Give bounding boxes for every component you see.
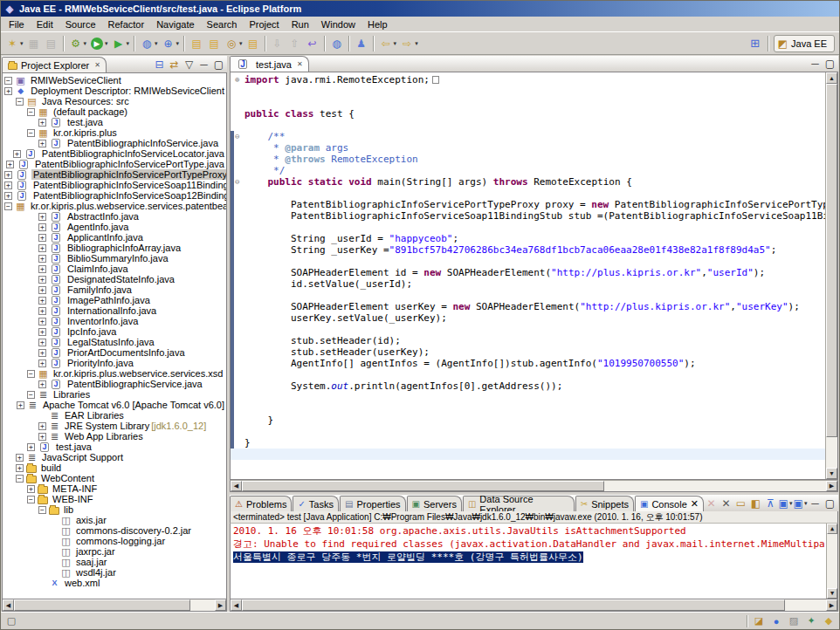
editor-hscrollbar[interactable]: ◀ ▶ bbox=[230, 480, 838, 492]
code-line[interactable] bbox=[231, 324, 825, 335]
expand-icon[interactable]: + bbox=[38, 318, 46, 325]
tree-item-familyinfo-java[interactable]: +JFamilyInfo.java bbox=[4, 284, 226, 295]
problems-tab[interactable]: ⚠Problems bbox=[230, 496, 292, 511]
fold-collapse-icon[interactable]: ⊖ bbox=[235, 133, 239, 140]
tree-item-internationalinfo-java[interactable]: +JInternationalInfo.java bbox=[4, 305, 226, 316]
save-icon[interactable]: ▦ bbox=[25, 34, 43, 53]
tree-item-patentbibliographicinfoservicelocator-java[interactable]: +JPatentBibliographicInfoServiceLocator.… bbox=[4, 148, 226, 159]
tree-item-java-resources-src[interactable]: −▤Java Resources: src bbox=[4, 96, 226, 106]
code-line[interactable]: * @throws RemoteException bbox=[231, 154, 825, 165]
tree-item-commons-logging-jar[interactable]: ◫commons-logging.jar bbox=[4, 536, 226, 546]
scroll-right-icon[interactable]: ▶ bbox=[215, 599, 226, 611]
expand-icon[interactable]: + bbox=[38, 380, 46, 388]
tree-item-commons-discovery-0-2-jar[interactable]: ◫commons-discovery-0.2.jar bbox=[4, 525, 226, 536]
code-line[interactable]: ⊖ /** bbox=[231, 131, 825, 142]
code-line[interactable]: } bbox=[231, 414, 825, 426]
tree-item-jaxrpc-jar[interactable]: ◫jaxrpc.jar bbox=[4, 546, 226, 557]
run-icon-dropdown[interactable]: ▾ bbox=[105, 40, 108, 47]
web-browser-icon-dropdown[interactable]: ▾ bbox=[176, 40, 180, 47]
minimize-editor-icon[interactable]: ─ bbox=[809, 57, 822, 70]
expand-icon[interactable]: + bbox=[38, 328, 46, 336]
collapse-all-icon[interactable]: ⊟ bbox=[153, 58, 166, 71]
open-console-icon-dropdown[interactable]: ▾ bbox=[804, 500, 808, 507]
tree-item-kr-or-kipris-plus-webservice-services-xsd[interactable]: −▦kr.or.kipris.plus.webservice.services.… bbox=[4, 368, 226, 379]
java-ee-perspective-button[interactable]: ◩ Java EE bbox=[774, 35, 835, 52]
code-line[interactable]: String _userId = "happyceob"; bbox=[231, 233, 825, 244]
code-line[interactable] bbox=[231, 256, 825, 267]
code-line[interactable]: */ bbox=[231, 165, 825, 176]
tree-item-web-app-libraries[interactable]: +≣Web App Libraries bbox=[4, 431, 226, 442]
code-line[interactable] bbox=[231, 290, 825, 301]
tree-item-kr-or-kipris-plus[interactable]: −▦kr.or.kipris.plus bbox=[4, 127, 226, 138]
tree-item-patentbibliographicinfoserviceporttypeprox[interactable]: +JPatentBibliographicInfoServicePortType… bbox=[4, 169, 226, 180]
code-area[interactable]: ⊕import java.rmi.RemoteException;public … bbox=[231, 72, 825, 479]
tree-item-inventorinfo-java[interactable]: +JInventorInfo.java bbox=[4, 316, 226, 326]
collapse-icon[interactable]: − bbox=[16, 98, 24, 106]
code-line[interactable]: AgentInfo[] agentInfos = (AgentInfo[])st… bbox=[231, 358, 825, 369]
tree-item-ipcinfo-java[interactable]: +JIpcInfo.java bbox=[4, 326, 226, 337]
code-line[interactable]: stub.setHeader(userKey); bbox=[231, 346, 825, 358]
data-source-explorer-tab[interactable]: ◫Data Source Explorer bbox=[463, 496, 575, 511]
search-icon[interactable]: ◎▾ bbox=[223, 34, 244, 53]
minimize-view-icon[interactable]: ─ bbox=[197, 58, 210, 71]
tree-item-wsdl4j-jar[interactable]: ◫wsdl4j.jar bbox=[4, 567, 226, 578]
expand-icon[interactable]: + bbox=[38, 349, 46, 357]
code-line[interactable] bbox=[231, 369, 825, 380]
tips-status-icon[interactable]: ◆ bbox=[822, 614, 836, 628]
expand-icon[interactable]: + bbox=[38, 276, 46, 284]
console-vscrollbar[interactable]: ▲ ▼ bbox=[826, 524, 837, 599]
code-line[interactable]: ⊕import java.rmi.RemoteException; bbox=[231, 74, 825, 86]
console-output[interactable]: 2010. 1. 16 오후 10:01:58 org.apache.axis.… bbox=[230, 524, 838, 599]
next-annotation-icon[interactable]: ⇩ bbox=[269, 34, 286, 53]
open-type-icon[interactable]: ▤ bbox=[188, 34, 205, 53]
scroll-thumb[interactable] bbox=[14, 599, 190, 611]
expand-icon[interactable]: + bbox=[38, 307, 46, 315]
servers-tab[interactable]: ▣Servers bbox=[407, 496, 462, 511]
expand-icon[interactable]: + bbox=[27, 443, 35, 451]
scroll-left-icon[interactable]: ◀ bbox=[3, 599, 14, 611]
web-globe-icon[interactable]: ◍ bbox=[328, 34, 346, 53]
java-ee-user-icon[interactable]: ♟ bbox=[353, 34, 370, 53]
code-line[interactable] bbox=[231, 188, 825, 199]
code-line[interactable] bbox=[231, 403, 825, 414]
scroll-down-icon[interactable]: ▼ bbox=[827, 588, 837, 599]
close-icon[interactable]: ✕ bbox=[691, 498, 699, 510]
new-wizard-icon[interactable]: ✶▾ bbox=[3, 34, 25, 53]
tree-item-priorartdocumentsinfo-java[interactable]: +JPriorArtDocumentsInfo.java bbox=[4, 347, 226, 358]
code-line[interactable]: } bbox=[231, 437, 825, 449]
code-line[interactable] bbox=[231, 426, 825, 437]
tree-item-lib[interactable]: −lib bbox=[4, 504, 226, 515]
collapse-icon[interactable]: − bbox=[16, 475, 24, 483]
last-edit-location-icon[interactable]: ↩ bbox=[304, 34, 321, 53]
properties-tab[interactable]: ▤Properties bbox=[340, 496, 406, 511]
new-web-service-icon-dropdown[interactable]: ▾ bbox=[155, 40, 158, 47]
external-tools-icon-dropdown[interactable]: ▾ bbox=[127, 40, 130, 47]
tree-item-web-xml[interactable]: Xweb.xml bbox=[4, 578, 226, 588]
tree-item-build[interactable]: +build bbox=[4, 462, 226, 473]
expand-icon[interactable]: + bbox=[17, 401, 24, 409]
collapse-icon[interactable]: − bbox=[27, 129, 35, 137]
web-browser-icon[interactable]: ⊕▾ bbox=[160, 34, 182, 53]
tree-item-saaj-jar[interactable]: ◫saaj.jar bbox=[4, 557, 226, 567]
image-status-icon[interactable]: ▨ bbox=[787, 614, 801, 628]
expand-icon[interactable]: + bbox=[38, 234, 46, 242]
menu-file[interactable]: File bbox=[3, 18, 31, 31]
expand-icon[interactable]: + bbox=[38, 265, 46, 273]
scroll-left-icon[interactable]: ◀ bbox=[231, 599, 242, 611]
expand-icon[interactable]: + bbox=[6, 161, 14, 168]
code-line[interactable] bbox=[231, 86, 825, 97]
menu-project[interactable]: Project bbox=[243, 18, 285, 31]
display-selected-console-icon-dropdown[interactable]: ▾ bbox=[789, 500, 793, 507]
code-line[interactable]: String _userKey ="891bcf57b42706286bc34e… bbox=[231, 244, 825, 256]
tree-item-webcontent[interactable]: −WebContent bbox=[4, 473, 226, 483]
tree-item-test-java[interactable]: +Jtest.java bbox=[4, 117, 226, 127]
expand-icon[interactable]: + bbox=[38, 255, 46, 263]
tree-item-patentbibliographicinfoserviceporttype-jav[interactable]: +JPatentBibliographicInfoServicePortType… bbox=[4, 159, 226, 169]
editor-vscrollbar[interactable]: ▲ ▼ bbox=[825, 72, 837, 479]
code-line[interactable] bbox=[231, 392, 825, 403]
menu-source[interactable]: Source bbox=[59, 18, 102, 31]
expand-icon[interactable]: + bbox=[38, 286, 46, 294]
tree-item-jre-system-library[interactable]: +≣JRE System Library [jdk1.6.0_12] bbox=[4, 421, 226, 431]
search-icon-dropdown[interactable]: ▾ bbox=[239, 40, 243, 47]
expand-icon[interactable]: + bbox=[16, 454, 24, 462]
